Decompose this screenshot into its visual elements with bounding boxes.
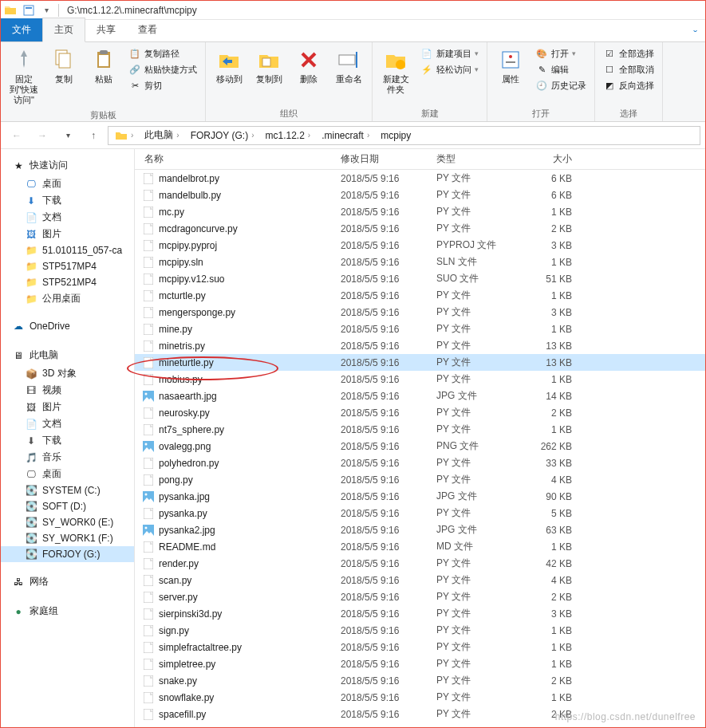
nav-forward-button[interactable]: → bbox=[31, 124, 53, 147]
properties-button[interactable]: 属性 bbox=[492, 45, 529, 86]
file-row[interactable]: mcpipy.sln2018/5/5 9:16SLN 文件1 KB bbox=[135, 254, 705, 270]
file-row[interactable]: simpletree.py2018/5/5 9:16PY 文件1 KB bbox=[135, 655, 705, 672]
file-row[interactable]: README.md2018/5/5 9:16MD 文件1 KB bbox=[135, 538, 705, 555]
file-row[interactable]: snowflake.py2018/5/5 9:16PY 文件1 KB bbox=[135, 689, 705, 706]
tab-file[interactable]: 文件 bbox=[1, 18, 42, 41]
history-button[interactable]: 🕘历史记录 bbox=[535, 79, 586, 92]
file-row[interactable]: render.py2018/5/5 9:16PY 文件42 KB bbox=[135, 555, 705, 572]
select-all-button[interactable]: ☑全部选择 bbox=[603, 47, 654, 60]
file-row[interactable]: mandelbrot.py2018/5/5 9:16PY 文件6 KB bbox=[135, 170, 705, 187]
file-row[interactable]: mineturtle.py2018/5/5 9:16PY 文件13 KB bbox=[135, 354, 705, 371]
edit-button[interactable]: ✎编辑 bbox=[535, 63, 586, 76]
cut-button[interactable]: ✂剪切 bbox=[128, 79, 197, 92]
file-row[interactable]: server.py2018/5/5 9:16PY 文件2 KB bbox=[135, 588, 705, 605]
sidebar-item[interactable]: 📄文档 bbox=[1, 209, 134, 226]
file-row[interactable]: pysanka.py2018/5/5 9:16PY 文件5 KB bbox=[135, 505, 705, 521]
tab-share[interactable]: 共享 bbox=[85, 18, 127, 41]
sidebar-item[interactable]: ⬇下载 bbox=[1, 192, 134, 209]
sidebar-item[interactable]: 📁51.010115_057-ca bbox=[1, 242, 134, 258]
file-row[interactable]: nt7s_sphere.py2018/5/5 9:16PY 文件1 KB bbox=[135, 421, 705, 438]
file-row[interactable]: sign.py2018/5/5 9:16PY 文件1 KB bbox=[135, 622, 705, 639]
file-row[interactable]: sierpinski3d.py2018/5/5 9:16PY 文件3 KB bbox=[135, 605, 705, 622]
sidebar-item[interactable]: 💽SYSTEM (C:) bbox=[1, 482, 134, 498]
file-row[interactable]: mandelbulb.py2018/5/5 9:16PY 文件6 KB bbox=[135, 187, 705, 203]
sidebar-item[interactable]: 📁STP521MP4 bbox=[1, 274, 134, 290]
file-row[interactable]: mengersponge.py2018/5/5 9:16PY 文件3 KB bbox=[135, 304, 705, 321]
crumb-3[interactable]: mcpipy bbox=[376, 128, 416, 143]
easy-access-button[interactable]: ⚡轻松访问▾ bbox=[420, 63, 479, 76]
sidebar-item[interactable]: 🎞视频 bbox=[1, 382, 134, 399]
file-row[interactable]: mcdragoncurve.py2018/5/5 9:16PY 文件2 KB bbox=[135, 220, 705, 237]
col-size[interactable]: 大小 bbox=[516, 152, 588, 166]
qat-dropdown-icon[interactable]: ▾ bbox=[37, 2, 55, 19]
crumb-drive[interactable]: FORJOY (G:)› bbox=[186, 128, 259, 143]
sidebar-thispc[interactable]: 🖥此电脑 bbox=[1, 347, 134, 365]
sidebar-item[interactable]: 📁STP517MP4 bbox=[1, 258, 134, 274]
nav-back-button[interactable]: ← bbox=[6, 124, 28, 147]
qat-properties-icon[interactable] bbox=[20, 2, 37, 19]
file-row[interactable]: pysanka2.jpg2018/5/5 9:16JPG 文件63 KB bbox=[135, 521, 705, 538]
sidebar-item[interactable]: 🖼图片 bbox=[1, 226, 134, 242]
copy-button[interactable]: 复制 bbox=[45, 45, 82, 86]
file-row[interactable]: scan.py2018/5/5 9:16PY 文件4 KB bbox=[135, 572, 705, 588]
sidebar-onedrive[interactable]: ☁OneDrive bbox=[1, 318, 134, 336]
sidebar-quickaccess[interactable]: ★快速访问 bbox=[1, 157, 134, 175]
move-to-button[interactable]: 移动到 bbox=[211, 45, 247, 86]
sidebar-item[interactable]: 🖵桌面 bbox=[1, 466, 134, 482]
open-button[interactable]: 🎨打开▾ bbox=[535, 47, 586, 60]
file-row[interactable]: snake.py2018/5/5 9:16PY 文件2 KB bbox=[135, 672, 705, 689]
file-row[interactable]: mcturtle.py2018/5/5 9:16PY 文件1 KB bbox=[135, 287, 705, 304]
sidebar-homegroup[interactable]: ●家庭组 bbox=[1, 603, 134, 621]
delete-button[interactable]: 删除 bbox=[290, 45, 327, 86]
file-row[interactable]: polyhedron.py2018/5/5 9:16PY 文件33 KB bbox=[135, 455, 705, 471]
sidebar-item[interactable]: 💽FORJOY (G:) bbox=[1, 546, 134, 562]
sidebar-item[interactable]: 💽SOFT (D:) bbox=[1, 498, 134, 514]
paste-button[interactable]: 粘贴 bbox=[85, 45, 122, 86]
address-bar[interactable]: › 此电脑› FORJOY (G:)› mc1.12.2› .minecraft… bbox=[108, 126, 700, 145]
file-row[interactable]: spacefill.py2018/5/5 9:16PY 文件2 KB bbox=[135, 706, 705, 722]
sidebar-item[interactable]: 🎵音乐 bbox=[1, 449, 134, 466]
col-type[interactable]: 类型 bbox=[436, 152, 516, 166]
file-row[interactable]: mcpipy.pyproj2018/5/5 9:16PYPROJ 文件3 KB bbox=[135, 237, 705, 254]
sidebar-item[interactable]: 🖵桌面 bbox=[1, 175, 134, 192]
sidebar-item[interactable]: 📁公用桌面 bbox=[1, 290, 134, 307]
copy-to-button[interactable]: 复制到 bbox=[250, 45, 287, 86]
new-folder-button[interactable]: 新建文件夹 bbox=[377, 45, 414, 96]
copy-path-button[interactable]: 📋复制路径 bbox=[128, 47, 197, 60]
crumb-pc[interactable]: 此电脑› bbox=[140, 127, 183, 144]
tab-home[interactable]: 主页 bbox=[42, 18, 85, 42]
ribbon-collapse-icon[interactable]: ˇ bbox=[685, 29, 705, 41]
nav-recent-dropdown[interactable]: ▾ bbox=[57, 124, 79, 147]
select-none-button[interactable]: ☐全部取消 bbox=[603, 63, 654, 76]
invert-select-button[interactable]: ◩反向选择 bbox=[603, 79, 654, 92]
tab-view[interactable]: 查看 bbox=[127, 18, 168, 41]
sidebar-item[interactable]: 🖼图片 bbox=[1, 399, 134, 415]
crumb-root-icon[interactable]: › bbox=[110, 128, 138, 144]
sidebar-item[interactable]: ⬇下载 bbox=[1, 432, 134, 449]
sidebar-network[interactable]: 🖧网络 bbox=[1, 573, 134, 592]
file-row[interactable]: pysanka.jpg2018/5/5 9:16JPG 文件90 KB bbox=[135, 488, 705, 505]
paste-shortcut-button[interactable]: 🔗粘贴快捷方式 bbox=[128, 63, 197, 76]
col-date[interactable]: 修改日期 bbox=[341, 152, 436, 166]
file-row[interactable]: simplefractaltree.py2018/5/5 9:16PY 文件1 … bbox=[135, 639, 705, 655]
sidebar-item[interactable]: 📄文档 bbox=[1, 415, 134, 432]
sidebar-item[interactable]: 💽SY_WORK1 (F:) bbox=[1, 530, 134, 546]
file-row[interactable]: minetris.py2018/5/5 9:16PY 文件13 KB bbox=[135, 337, 705, 354]
new-item-button[interactable]: 📄新建项目▾ bbox=[420, 47, 479, 60]
col-name[interactable]: 名称 bbox=[141, 152, 341, 166]
file-row[interactable]: neurosky.py2018/5/5 9:16PY 文件2 KB bbox=[135, 404, 705, 421]
crumb-2[interactable]: .minecraft› bbox=[317, 128, 374, 143]
file-row[interactable]: pong.py2018/5/5 9:16PY 文件4 KB bbox=[135, 471, 705, 488]
file-row[interactable]: ovalegg.png2018/5/5 9:16PNG 文件262 KB bbox=[135, 438, 705, 455]
sidebar-item[interactable]: 📦3D 对象 bbox=[1, 365, 134, 382]
file-row[interactable]: mobius.py2018/5/5 9:16PY 文件1 KB bbox=[135, 371, 705, 388]
rename-button[interactable]: 重命名 bbox=[330, 45, 367, 86]
pin-quickaccess-button[interactable]: 固定到"快速访问" bbox=[6, 45, 42, 108]
sidebar-item[interactable]: 💽SY_WORK0 (E:) bbox=[1, 514, 134, 530]
file-row[interactable]: mcpipy.v12.suo2018/5/5 9:16SUO 文件51 KB bbox=[135, 270, 705, 287]
crumb-1[interactable]: mc1.12.2› bbox=[260, 128, 315, 143]
file-row[interactable]: mine.py2018/5/5 9:16PY 文件1 KB bbox=[135, 321, 705, 337]
file-row[interactable]: mc.py2018/5/5 9:16PY 文件1 KB bbox=[135, 203, 705, 220]
nav-up-button[interactable]: ↑ bbox=[82, 124, 105, 147]
file-row[interactable]: nasaearth.jpg2018/5/5 9:16JPG 文件14 KB bbox=[135, 388, 705, 404]
